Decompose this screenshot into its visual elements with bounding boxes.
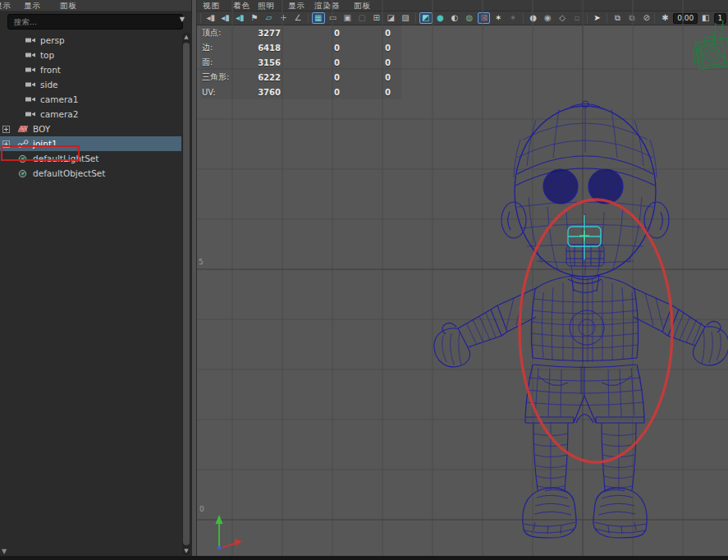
outliner-item-defaultobjectset[interactable]: defaultObjectSet — [0, 166, 181, 181]
outliner-item-front[interactable]: front — [0, 62, 181, 77]
maya-window: 显示 显示 面板 搜索... ▼ persp top — [0, 0, 728, 560]
camera-wireframe — [694, 21, 728, 69]
grid-label-5: 5 — [199, 258, 204, 266]
expand-plus-icon[interactable] — [2, 140, 12, 148]
camera-icon — [25, 66, 37, 75]
joint-icon — [17, 140, 30, 149]
poly-count-hud: 顶点:327700 边:641800 面:315600 三角形:622200 U… — [200, 25, 401, 99]
viewport-canvas[interactable]: 5 0 顶点:327700 边:641800 面:315600 三角形:6222… — [197, 25, 728, 560]
expand-plus-icon[interactable] — [2, 126, 12, 133]
polygon-mesh-icon — [17, 125, 30, 134]
camera-icon — [25, 51, 37, 60]
search-input[interactable]: 搜索... — [7, 14, 183, 30]
outliner-item-camera1[interactable]: camera1 — [0, 92, 181, 107]
outliner-menubar: 显示 显示 面板 — [0, 0, 191, 11]
panel-collapse-icon[interactable]: ▼ — [2, 548, 7, 555]
grid-label-0: 0 — [199, 505, 204, 513]
panel-divider[interactable] — [191, 0, 197, 560]
outliner-item-camera2[interactable]: camera2 — [0, 107, 181, 122]
hud-row-edges: 边:641800 — [200, 40, 401, 55]
hud-row-verts: 顶点:327700 — [200, 25, 401, 40]
search-dropdown-icon[interactable]: ▼ — [180, 16, 185, 23]
outliner-menu-panels[interactable]: 面板 — [60, 1, 77, 11]
outliner-item-persp[interactable]: persp — [0, 33, 181, 48]
outliner-menu-show[interactable]: 显示 — [24, 1, 41, 11]
camera-icon — [25, 95, 37, 104]
scroll-down-icon[interactable]: ▼ — [182, 547, 190, 555]
outliner-item-defaultlightset[interactable]: defaultLightSet — [0, 151, 181, 166]
window-bottom-edge — [0, 556, 728, 560]
outliner-item-top[interactable]: top — [0, 48, 181, 62]
outliner-search-row: 搜索... ▼ — [0, 11, 191, 33]
outliner-item-side[interactable]: side — [0, 77, 181, 92]
set-icon — [17, 154, 30, 163]
hud-row-tris: 三角形:622200 — [200, 70, 401, 85]
outliner-menu-display[interactable]: 显示 — [0, 1, 11, 11]
outliner-item-joint1[interactable]: joint1 — [0, 136, 181, 151]
viewport-panel: ◂▮◂▮◂▮⚑▱+∠▦▭▣▢⊞◪▨◩●◐◍⊠✶✶●◉◇▫➤⧉⧉⊘✱0.00◧1 — [197, 0, 728, 560]
hud-row-uvs: UV:376000 — [200, 85, 401, 99]
hud-row-faces: 面:315600 — [200, 55, 401, 70]
outliner-item-boy[interactable]: BOY — [0, 122, 181, 136]
camera-icon — [25, 80, 37, 90]
outliner-panel: 搜索... ▼ persp top front — [0, 11, 191, 556]
camera-icon — [25, 36, 37, 45]
outliner-tree: persp top front side — [0, 33, 181, 181]
outliner-scrollbar[interactable]: ▲ ▼ — [182, 33, 190, 555]
camera-icon — [25, 110, 37, 119]
scrollbar-thumb[interactable] — [183, 43, 190, 545]
set-icon — [17, 169, 30, 178]
scroll-up-icon[interactable]: ▲ — [182, 33, 190, 41]
joint-manipulator[interactable] — [568, 215, 601, 259]
